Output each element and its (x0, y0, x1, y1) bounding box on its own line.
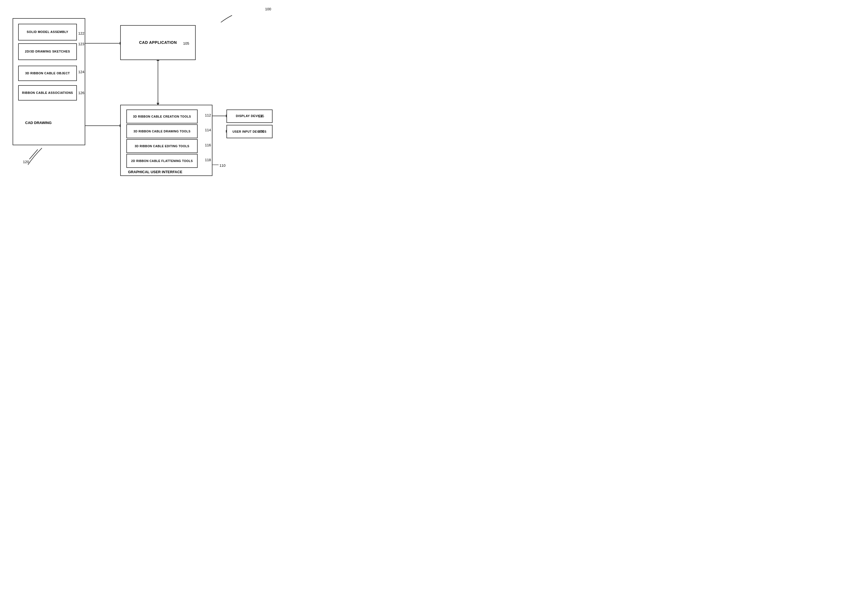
ref-116: 116 (205, 143, 211, 147)
display-device-box: DISPLAY DEVICE (226, 109, 273, 123)
drawing-tools-box: 3D RIBBON CABLE DRAWING TOOLS (126, 124, 198, 138)
creation-tools-box: 3D RIBBON CABLE CREATION TOOLS (126, 109, 198, 123)
ribbon-cable-assoc-box: RIBBON CABLE ASSOCIATIONS (18, 85, 77, 100)
ref-130: 130 (258, 129, 264, 133)
ribbon-cable-object-box: 3D RIBBON CABLE OBJECT (18, 66, 77, 81)
ref-126: 126 (78, 91, 84, 95)
ref-105: 105 (183, 41, 189, 46)
ref-124: 124 (78, 70, 84, 74)
ref-115: 115 (258, 114, 264, 118)
ref-100: 100 (265, 7, 271, 11)
ref-120: 120 (23, 160, 29, 164)
diagram: SOLID MODEL ASSEMBLY 2D/3D DRAWING SKETC… (0, 0, 280, 193)
ref-114: 114 (205, 128, 211, 132)
gui-label: GRAPHICAL USER INTERFACE (128, 170, 182, 174)
ref-110: 110 (219, 163, 226, 167)
drawing-sketches-box: 2D/3D DRAWING SKETCHES (18, 43, 77, 60)
flattening-tools-box: 2D RIBBON CABLE FLATTENING TOOLS (126, 154, 198, 168)
cad-drawing-label: CAD DRAWING (25, 121, 52, 125)
ref-118: 118 (205, 158, 211, 162)
solid-model-box: SOLID MODEL ASSEMBLY (18, 24, 77, 40)
ref-112: 112 (205, 113, 211, 117)
ref-123: 123 (78, 42, 84, 46)
ref-122: 122 (78, 31, 84, 36)
user-input-devices-box: USER INPUT DEVICES (226, 125, 273, 138)
editing-tools-box: 3D RIBBON CABLE EDITING TOOLS (126, 139, 198, 153)
